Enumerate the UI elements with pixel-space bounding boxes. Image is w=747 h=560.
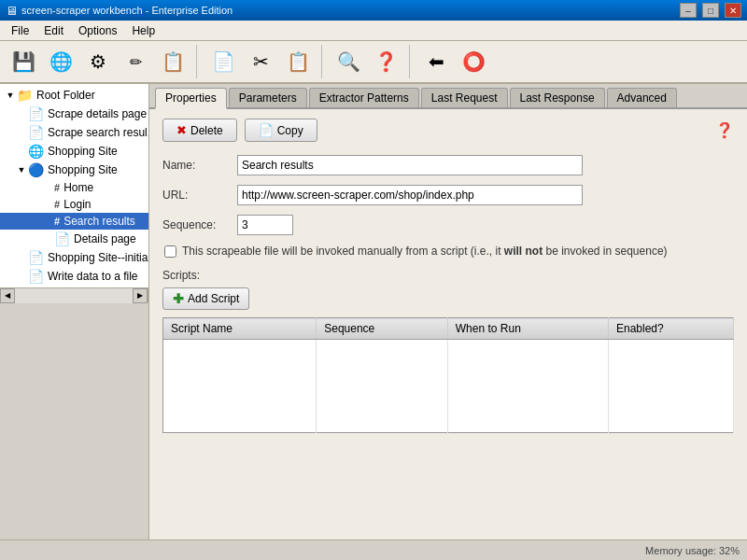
site-icon: 🔵 [28, 162, 44, 177]
add-script-label: Add Script [188, 292, 239, 305]
invoke-manually-label: This scrapeable file will be invoked man… [182, 245, 668, 258]
scripts-table: Script Name Sequence When to Run Enabled… [162, 317, 734, 433]
page-icon: 📄 [54, 231, 70, 246]
sidebar-item-details-page[interactable]: 📄 Details page [0, 230, 148, 248]
scroll-left-button[interactable]: ◀ [0, 288, 15, 303]
tab-bar: Properties Parameters Extractor Patterns… [149, 84, 747, 109]
tab-advanced[interactable]: Advanced [607, 88, 677, 107]
sidebar-item-write-data[interactable]: 📄 Write data to a file [0, 267, 148, 286]
save-button[interactable]: 💾 [6, 44, 41, 79]
col-enabled: Enabled? [609, 318, 734, 340]
sidebar-item-label: Shopping Site [48, 145, 118, 158]
memory-usage-text: Memory usage: 32% [645, 545, 740, 556]
close-button[interactable]: ✕ [725, 3, 741, 18]
back-button[interactable]: ⬅ [418, 44, 454, 79]
scripts-label: Scripts: [162, 269, 734, 282]
sidebar-item-label: Write data to a file [48, 270, 138, 283]
right-panel: Properties Parameters Extractor Patterns… [149, 84, 747, 539]
sequence-label: Sequence: [162, 218, 237, 231]
paste-button[interactable]: 📋 [280, 44, 316, 79]
name-input[interactable] [237, 155, 583, 175]
sidebar-item-label: Search results [63, 215, 135, 228]
invoke-manually-row: This scrapeable file will be invoked man… [162, 245, 734, 258]
sidebar-item-label: Home [63, 181, 93, 194]
sidebar-item-label: Scrape details page [48, 107, 147, 120]
tab-parameters[interactable]: Parameters [229, 88, 307, 107]
tab-last-response[interactable]: Last Response [510, 88, 605, 107]
tab-last-request[interactable]: Last Request [421, 88, 508, 107]
status-bar: Memory usage: 32% [0, 539, 747, 560]
folder-icon: 📁 [17, 88, 33, 103]
main-area: ▼ 📁 Root Folder 📄 Scrape details page 📄 … [0, 84, 747, 539]
sidebar-item-shopping-site-2[interactable]: ▼ 🔵 Shopping Site [0, 161, 148, 179]
settings-button[interactable]: ⚙ [80, 44, 116, 79]
sidebar-item-shopping-init[interactable]: 📄 Shopping Site--initia... [0, 248, 148, 267]
add-script-button[interactable]: ✚ Add Script [162, 287, 249, 310]
window-title: screen-scraper workbench - Enterprise Ed… [21, 5, 674, 16]
delete-button[interactable]: ✖ Delete [162, 119, 237, 142]
globe-icon: 🌐 [28, 144, 44, 159]
cut-button[interactable]: ✂ [243, 44, 278, 79]
minimize-button[interactable]: – [680, 3, 697, 18]
sidebar: ▼ 📁 Root Folder 📄 Scrape details page 📄 … [0, 84, 149, 287]
copy-button[interactable]: 📄 Copy [245, 119, 317, 142]
sidebar-item-scrape-details[interactable]: 📄 Scrape details page [0, 105, 148, 123]
tab-extractor-patterns[interactable]: Extractor Patterns [309, 88, 419, 107]
edit-button[interactable]: ✏ [118, 44, 153, 79]
copy-file-button[interactable]: 📄 [205, 44, 241, 79]
name-field-row: Name: [162, 155, 734, 175]
stop-button[interactable]: ⭕ [456, 44, 491, 79]
empty-cell-2 [317, 340, 448, 433]
sidebar-item-shopping-site-1[interactable]: 🌐 Shopping Site [0, 142, 148, 161]
hash-icon: # [54, 182, 60, 193]
page-icon: 📄 [28, 125, 44, 140]
scripts-table-body [163, 340, 734, 433]
page-icon: 📄 [28, 269, 44, 284]
col-script-name: Script Name [163, 318, 317, 340]
copy-label: Copy [277, 124, 303, 137]
sidebar-item-label: Login [63, 198, 91, 211]
menu-help[interactable]: Help [124, 22, 162, 39]
empty-cell-1 [163, 340, 317, 433]
invoke-manually-checkbox[interactable] [164, 245, 176, 258]
sidebar-item-login[interactable]: # Login [0, 196, 148, 213]
scroll-right-button[interactable]: ▶ [133, 288, 148, 303]
menu-edit[interactable]: Edit [36, 22, 71, 39]
hash-icon: # [54, 216, 60, 227]
tab-content-properties: ✖ Delete 📄 Copy ❓ Name: URL: [149, 109, 747, 539]
sequence-field-row: Sequence: [162, 215, 734, 235]
empty-cell-4 [609, 340, 734, 433]
url-label: URL: [162, 189, 237, 202]
tab-properties[interactable]: Properties [155, 88, 227, 109]
sidebar-item-label: Shopping Site [48, 163, 118, 176]
delete-label: Delete [190, 124, 223, 137]
sidebar-scrollbar[interactable]: ◀ ▶ [0, 287, 148, 302]
copy-icon: 📄 [259, 123, 274, 137]
sidebar-item-label: Scrape search resul... [48, 126, 148, 139]
help-icon[interactable]: ❓ [715, 121, 734, 139]
toolbar-separator-3 [409, 45, 413, 78]
hash-icon: # [54, 199, 60, 210]
sidebar-item-search-results[interactable]: # Search results [0, 213, 148, 230]
search-button[interactable]: 🔍 [331, 44, 366, 79]
sidebar-item-scrape-search[interactable]: 📄 Scrape search resul... [0, 123, 148, 142]
sidebar-item-root-folder[interactable]: ▼ 📁 Root Folder [0, 86, 148, 105]
menu-options[interactable]: Options [71, 22, 124, 39]
maximize-button[interactable]: □ [702, 3, 719, 18]
page-icon: 📄 [28, 106, 44, 121]
web-button[interactable]: 🌐 [43, 44, 78, 79]
name-label: Name: [162, 159, 237, 172]
toolbar: 💾 🌐 ⚙ ✏ 📋 📄 ✂ 📋 🔍 ❓ ⬅ ⭕ [0, 41, 747, 84]
sidebar-item-home[interactable]: # Home [0, 179, 148, 196]
sidebar-item-label: Shopping Site--initia... [48, 251, 148, 264]
expand-icon: ▼ [4, 91, 17, 100]
sequence-input[interactable] [237, 215, 293, 235]
expand-icon: ▼ [15, 165, 28, 175]
url-input[interactable] [237, 185, 583, 205]
empty-cell-3 [447, 340, 608, 433]
menu-file[interactable]: File [4, 22, 36, 39]
sidebar-item-label: Details page [74, 232, 136, 245]
book-button[interactable]: 📋 [155, 44, 190, 79]
help-button[interactable]: ❓ [368, 44, 403, 79]
page-icon: 📄 [28, 250, 44, 265]
